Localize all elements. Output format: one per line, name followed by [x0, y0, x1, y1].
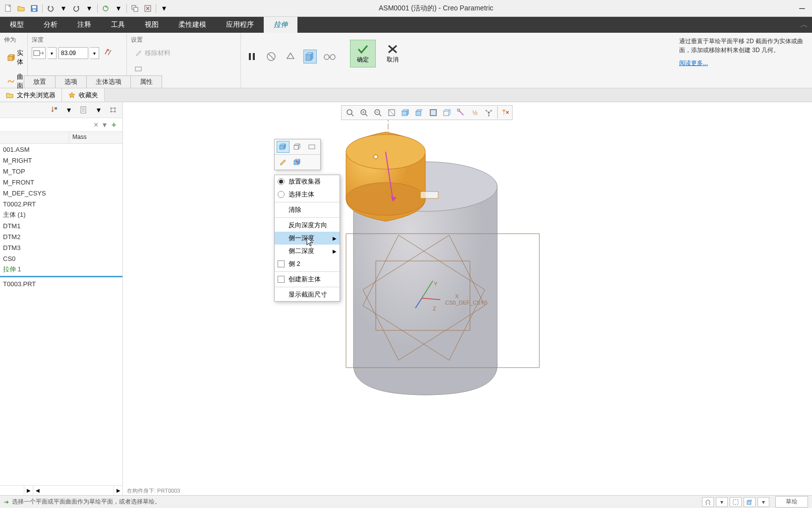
tree-item[interactable]: T0002.PRT	[0, 198, 122, 209]
depth-value-drop[interactable]: ▾	[90, 47, 99, 59]
mt-sketch-icon[interactable]	[277, 156, 290, 168]
zoom-out-icon[interactable]	[371, 106, 384, 119]
cm-clear[interactable]: 清除	[275, 203, 340, 216]
menu-model[interactable]: 模型	[0, 17, 34, 33]
cm-flip-depth[interactable]: 反向深度方向	[275, 219, 340, 232]
menu-extrude[interactable]: 拉伸	[264, 17, 297, 33]
repaint-icon[interactable]	[385, 106, 398, 119]
add-icon[interactable]: +	[112, 121, 120, 129]
minimize-button[interactable]: ─	[792, 0, 812, 17]
mt-remove-icon[interactable]	[291, 156, 304, 168]
ok-button[interactable]: 确定	[350, 40, 376, 67]
help-link[interactable]: 阅读更多...	[679, 59, 708, 67]
scroll-right2-icon[interactable]: ▶	[114, 486, 122, 495]
depth-type-icon[interactable]	[32, 47, 46, 59]
collapse-ribbon-icon[interactable]: ︿	[796, 17, 812, 33]
tab-options[interactable]: 选项	[55, 75, 87, 88]
feature-preview-icon[interactable]	[284, 50, 297, 64]
flip-depth-icon[interactable]	[103, 47, 114, 58]
no-preview-icon[interactable]	[264, 50, 278, 64]
regen-drop-icon[interactable]: ▾	[113, 3, 124, 14]
cm-side2[interactable]: 侧 2	[275, 257, 340, 270]
menu-flexible[interactable]: 柔性建模	[169, 17, 216, 33]
undo-drop-icon[interactable]: ▾	[58, 3, 69, 14]
menu-annotate[interactable]: 注释	[67, 17, 101, 33]
mt-surface-icon[interactable]	[291, 141, 304, 153]
tree-item[interactable]: CS0	[0, 253, 122, 264]
tree-item[interactable]: M_DEF_CSYS	[0, 188, 122, 198]
viewport-3d[interactable]: Y X Z CS0_DEF_CSYS	[123, 102, 812, 495]
save-icon[interactable]	[29, 3, 40, 14]
tab-body-options[interactable]: 主体选项	[86, 75, 131, 88]
tree-item[interactable]: T0003.PRT	[0, 278, 122, 289]
search-drop-icon[interactable]: ▾	[103, 120, 112, 129]
redo-drop-icon[interactable]: ▾	[84, 3, 95, 14]
open-icon[interactable]	[16, 3, 27, 14]
perspective-icon[interactable]	[441, 106, 454, 119]
tree-item[interactable]: 主体 (1)	[0, 209, 122, 220]
saved-views-icon[interactable]	[413, 106, 426, 119]
tree-tools-icon[interactable]	[48, 104, 60, 116]
annotation-display-icon[interactable]: ½	[468, 106, 481, 119]
cm-new-body[interactable]: 创建新主体	[275, 273, 340, 286]
tree-tools-drop[interactable]: ▾	[63, 104, 75, 116]
undo-icon[interactable]	[45, 3, 56, 14]
glasses-icon[interactable]	[323, 50, 336, 64]
cm-side1-depth[interactable]: 侧一深度▶	[275, 232, 340, 245]
tree-item[interactable]: 001.ASM	[0, 144, 122, 155]
view-manager-icon[interactable]	[427, 106, 440, 119]
tree-item[interactable]: DTM1	[0, 220, 122, 231]
mt-thicken-icon[interactable]	[305, 141, 318, 153]
new-icon[interactable]	[3, 3, 14, 14]
tree-settings-drop[interactable]: ▾	[93, 104, 105, 116]
thicken-icon[interactable]	[131, 63, 146, 75]
close-win-icon[interactable]	[142, 3, 153, 14]
tree-item[interactable]: DTM3	[0, 242, 122, 253]
menu-tools[interactable]: 工具	[101, 17, 135, 33]
tree-item[interactable]: 拉伸 1	[0, 264, 122, 275]
cm-select-body[interactable]: 选择主体	[275, 188, 340, 201]
tree-item[interactable]: DTM2	[0, 231, 122, 242]
favorites-tab[interactable]: 收藏夹	[62, 88, 105, 102]
tab-properties[interactable]: 属性	[130, 75, 162, 88]
tree-search-input[interactable]	[2, 122, 94, 128]
display-style-icon[interactable]	[399, 106, 412, 119]
find-drop-icon[interactable]: ▾	[716, 497, 728, 507]
tree-item[interactable]: M_RIGHT	[0, 155, 122, 166]
solid-button[interactable]: 实体	[4, 47, 27, 68]
customize-icon[interactable]: ▾	[159, 3, 170, 14]
scroll-left-icon[interactable]: ◀	[33, 486, 42, 495]
tree-item[interactable]: M_FRONT	[0, 177, 122, 188]
depth-input[interactable]	[58, 47, 88, 59]
selection-filter-icon[interactable]	[497, 106, 510, 119]
graphics-canvas[interactable]: ½	[123, 102, 812, 495]
cm-placement-collector[interactable]: 放置收集器	[275, 175, 340, 188]
sketch-filter-button[interactable]: 草绘	[775, 496, 808, 508]
select-mode-icon[interactable]	[730, 497, 742, 507]
scroll-right-icon[interactable]: ▶	[24, 486, 33, 495]
cm-side2-depth[interactable]: 侧二深度▶	[275, 245, 340, 257]
zoom-in-icon[interactable]	[357, 106, 370, 119]
menu-apps[interactable]: 应用程序	[216, 17, 264, 33]
find-icon[interactable]	[702, 497, 714, 507]
tab-placement[interactable]: 放置	[24, 75, 56, 88]
spin-center-icon[interactable]	[482, 106, 495, 119]
tree-show-icon[interactable]	[108, 104, 119, 116]
datum-display-icon[interactable]	[455, 106, 467, 119]
geom-filter-drop[interactable]: ▾	[757, 497, 769, 507]
cm-show-dims[interactable]: 显示截面尺寸	[275, 288, 340, 301]
tree-settings-icon[interactable]	[78, 104, 90, 116]
tree-item[interactable]: M_TOP	[0, 166, 122, 177]
menu-analysis[interactable]: 分析	[34, 17, 67, 33]
clear-search-icon[interactable]: ×	[94, 121, 103, 129]
redo-icon[interactable]	[71, 3, 82, 14]
depth-type-drop[interactable]: ▾	[48, 47, 57, 59]
windows-icon[interactable]	[129, 3, 140, 14]
mt-solid-icon[interactable]	[277, 141, 290, 153]
cancel-button[interactable]: 取消	[380, 40, 406, 67]
refit-icon[interactable]	[344, 106, 356, 119]
pause-icon[interactable]	[245, 50, 258, 64]
menu-view[interactable]: 视图	[135, 17, 169, 33]
regen-icon[interactable]	[100, 3, 111, 14]
preview-icon[interactable]	[303, 50, 317, 64]
